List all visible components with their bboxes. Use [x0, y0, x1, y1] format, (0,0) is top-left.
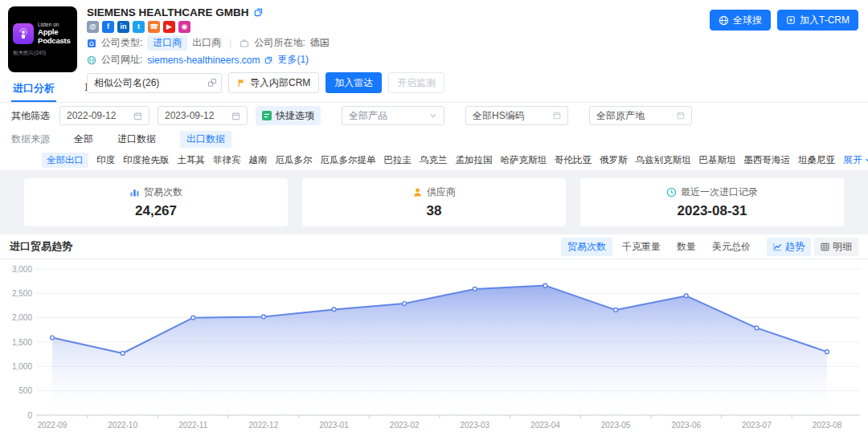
date-from-input[interactable]: 2022-09-12	[59, 106, 149, 125]
svg-text:2,500: 2,500	[12, 289, 32, 298]
metric-kg-weight[interactable]: 千克重量	[616, 238, 667, 256]
svg-text:1,500: 1,500	[12, 338, 32, 347]
svg-text:500: 500	[18, 386, 32, 395]
svg-text:2023-06: 2023-06	[671, 421, 701, 430]
location-value: 德国	[310, 36, 330, 50]
trade-count-label: 贸易次数	[144, 185, 182, 199]
country-tab-15[interactable]: 巴基斯坦	[699, 154, 736, 166]
globe-icon	[87, 55, 96, 65]
multi-select-icon	[553, 112, 561, 120]
hs-code-select[interactable]: 全部HS编码	[465, 106, 568, 125]
metric-quantity[interactable]: 数量	[670, 238, 702, 256]
svg-text:2022-12: 2022-12	[249, 421, 279, 430]
view-trend-button[interactable]: 趋势	[767, 238, 811, 256]
last-import-card: 最近一次进口记录 2023-08-31	[580, 178, 844, 226]
svg-text:2023-05: 2023-05	[601, 421, 631, 430]
exporter-tag[interactable]: 出口商	[192, 36, 221, 50]
country-tab-9[interactable]: 乌克兰	[420, 154, 448, 166]
country-tab-1[interactable]: 印度	[96, 154, 115, 166]
country-tab-14[interactable]: 乌兹别克斯坦	[636, 154, 691, 166]
global-search-button[interactable]: 全球搜	[710, 10, 771, 31]
source-all[interactable]: 全部	[74, 132, 93, 146]
svg-text:0: 0	[27, 411, 32, 420]
svg-text:2023-04: 2023-04	[530, 421, 560, 430]
svg-text:2023-07: 2023-07	[742, 421, 772, 430]
tab-import-analysis[interactable]: 进口分析	[11, 76, 56, 102]
crm-icon	[786, 15, 796, 25]
website-link[interactable]: siemens-healthineers.com	[147, 55, 260, 66]
join-tcrm-button[interactable]: 加入T-CRM	[777, 10, 858, 31]
apple-podcasts-icon	[13, 23, 34, 44]
metric-trade-count[interactable]: 贸易次数	[561, 238, 612, 256]
country-tab-16[interactable]: 墨西哥海运	[744, 154, 791, 166]
stats-section: 贸易次数 24,267 供应商 38 最近一次进口记录 2023-08-31	[0, 170, 868, 234]
logo-listen-on: Listen on	[38, 22, 72, 27]
building-icon	[87, 39, 96, 48]
product-select[interactable]: 全部产品	[342, 106, 444, 125]
country-tab-7[interactable]: 厄瓜多尔提单	[321, 154, 376, 166]
import-trend-chart: 05001,0001,5002,0002,5003,0002022-092022…	[0, 259, 868, 436]
supplier-card: 供应商 38	[302, 178, 566, 226]
svg-text:2022-09: 2022-09	[38, 421, 68, 430]
logo-brand: Apple Podcasts	[38, 27, 72, 45]
last-import-label: 最近一次进口记录	[681, 185, 758, 199]
divider: |	[229, 38, 231, 49]
country-tab-4[interactable]: 菲律宾	[213, 154, 241, 166]
country-tab-6[interactable]: 厄瓜多尔	[276, 154, 313, 166]
country-tab-3[interactable]: 土耳其	[178, 154, 206, 166]
website-icon[interactable]: @	[87, 21, 99, 33]
copy-icon[interactable]	[264, 56, 272, 64]
svg-text:2023-03: 2023-03	[460, 421, 489, 430]
quick-options-icon	[262, 111, 272, 120]
country-tab-8[interactable]: 巴拉圭	[384, 154, 412, 166]
youtube-icon[interactable]: ▶	[163, 21, 175, 33]
table-icon	[821, 242, 829, 251]
phone-icon[interactable]: ☎	[148, 21, 160, 33]
facebook-icon[interactable]: f	[102, 21, 114, 33]
metric-usd-total[interactable]: 美元总价	[706, 238, 757, 256]
importer-tag[interactable]: 进口商	[147, 35, 187, 51]
source-import[interactable]: 进口数据	[117, 132, 156, 146]
chevron-down-icon	[865, 157, 868, 164]
svg-text:2023-01: 2023-01	[319, 421, 349, 430]
link-icon[interactable]	[207, 78, 217, 88]
logo-caption: 相关图片(240)	[13, 50, 72, 57]
svg-text:2023-08: 2023-08	[813, 421, 842, 430]
country-tab-13[interactable]: 俄罗斯	[600, 154, 628, 166]
svg-text:2023-02: 2023-02	[390, 421, 420, 430]
calendar-icon	[133, 112, 142, 120]
svg-text:2022-11: 2022-11	[178, 421, 207, 430]
quick-options-button[interactable]: 快捷选项	[256, 106, 321, 125]
country-tab-17[interactable]: 坦桑尼亚	[798, 154, 835, 166]
flag-icon	[237, 79, 246, 88]
add-radar-button[interactable]: 加入雷达	[326, 72, 382, 93]
source-export[interactable]: 出口数据	[180, 131, 231, 148]
country-tab-10[interactable]: 孟加拉国	[456, 154, 493, 166]
twitter-icon[interactable]: t	[133, 21, 145, 33]
country-tab-11[interactable]: 哈萨克斯坦	[501, 154, 547, 166]
similar-company-input[interactable]	[87, 73, 222, 93]
data-source-label: 数据来源	[11, 132, 50, 146]
view-detail-button[interactable]: 明细	[814, 238, 858, 256]
supplier-label: 供应商	[427, 185, 456, 199]
calendar-icon	[231, 112, 240, 120]
trade-count-value: 24,267	[135, 203, 177, 219]
date-to-input[interactable]: 2023-09-12	[158, 106, 248, 125]
instagram-icon[interactable]: ◉	[178, 21, 190, 33]
monitor-button[interactable]: 开启监测	[388, 72, 444, 93]
company-logo: Listen on Apple Podcasts 相关图片(240)	[8, 6, 77, 72]
data-source-row: 数据来源 全部 进口数据 出口数据	[0, 128, 868, 149]
company-name: SIEMENS HEALTHCARE GMBH	[87, 6, 249, 18]
more-link[interactable]: 更多(1)	[277, 53, 309, 67]
origin-select[interactable]: 全部原产地	[589, 106, 692, 125]
country-tab-0[interactable]: 全部出口	[42, 153, 88, 168]
country-tabs-row: 全部出口印度印度抢先版土耳其菲律宾越南厄瓜多尔厄瓜多尔提单巴拉圭乌克兰孟加拉国哈…	[0, 149, 868, 170]
country-tab-12[interactable]: 哥伦比亚	[555, 154, 592, 166]
linkedin-icon[interactable]: in	[117, 21, 129, 33]
expand-button[interactable]: 展开	[843, 153, 868, 167]
chart-title: 进口贸易趋势	[10, 239, 72, 254]
country-tab-2[interactable]: 印度抢先版	[123, 154, 170, 166]
country-tab-5[interactable]: 越南	[249, 154, 268, 166]
import-crm-button[interactable]: 导入内部CRM	[228, 72, 319, 93]
copy-icon[interactable]	[254, 8, 263, 17]
